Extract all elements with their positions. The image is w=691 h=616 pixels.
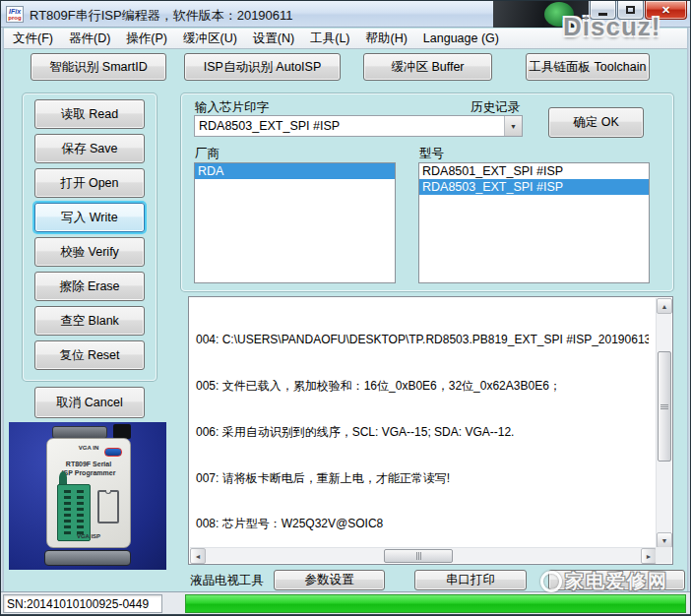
vga-connector-bottom	[44, 550, 131, 566]
menu-operation[interactable]: 操作(P)	[118, 29, 175, 49]
chip-combobox[interactable]: ▼	[194, 115, 523, 137]
menu-language[interactable]: Language (G)	[415, 29, 507, 49]
blank-button[interactable]: 查空 Blank	[34, 306, 145, 336]
close-icon: ✕	[661, 4, 670, 17]
photo-bottom-label: VGA ISP	[47, 533, 130, 539]
reset-button[interactable]: 复位 Reset	[34, 340, 145, 370]
photo-name-line1: RT809F Serial	[47, 461, 130, 467]
green-dot-watermark	[544, 2, 574, 27]
app-icon-text-top: IFix	[9, 8, 21, 15]
app-window: IFix prog RT809F串行ISP编程器，软件版本：20190611 ✕…	[0, 0, 691, 616]
toolchain-button[interactable]: 工具链面板 Toolchain	[526, 53, 650, 81]
log-line: 007: 请将板卡断电后，重新上电，才能正常读写!	[196, 471, 649, 487]
window-title: RT809F串行ISP编程器，软件版本：20190611	[30, 7, 293, 25]
scroll-up-icon[interactable]: ▲	[657, 298, 672, 314]
programmer-body: VGA IN RT809F Serial ISP Programmer VGA …	[46, 438, 131, 548]
menu-buffer[interactable]: 缓冲区(U)	[175, 29, 245, 49]
write-button[interactable]: 写入 Write	[34, 203, 145, 232]
lcd-tv-tools-label: 液晶电视工具	[190, 573, 264, 589]
chip-input[interactable]	[195, 116, 504, 136]
minimize-icon	[598, 13, 607, 16]
menu-device[interactable]: 器件(D)	[61, 29, 118, 49]
log-line: 006: 采用自动识别到的线序，SCL: VGA--15; SDA: VGA--…	[196, 425, 649, 441]
menu-bar: 文件(F) 器件(D) 操作(P) 缓冲区(U) 设置(N) 工具(L) 帮助(…	[1, 29, 691, 49]
power-jack	[113, 424, 131, 439]
log-textbox[interactable]: 004: C:\USERS\PANDAOFU\DESKTOP\TP.RD8503…	[188, 296, 673, 565]
minimize-button[interactable]	[590, 1, 616, 20]
cancel-button[interactable]: 取消 Cancel	[34, 387, 145, 418]
title-bar[interactable]: IFix prog RT809F串行ISP编程器，软件版本：20190611 ✕	[1, 1, 691, 28]
app-icon-text-bottom: prog	[8, 15, 21, 21]
serial-number: SN:20141010100925-0449	[3, 594, 162, 613]
model-item-rda8501[interactable]: RDA8501_EXT_SPI #ISP	[419, 163, 649, 179]
photo-watermark	[493, 1, 589, 28]
parameter-settings-button[interactable]: 参数设置	[274, 570, 385, 590]
bottom-extra-button[interactable]	[548, 570, 685, 590]
read-button[interactable]: 读取 Read	[34, 99, 145, 129]
ok-button[interactable]: 确定 OK	[548, 107, 644, 138]
chevron-down-icon[interactable]: ▼	[504, 116, 522, 136]
scroll-down-icon[interactable]: ▼	[657, 532, 672, 548]
log-vertical-scrollbar[interactable]: ▲ ▼	[656, 298, 671, 548]
log-line: 005: 文件已载入，累加校验和：16位_0xB0E6，32位_0x62A3B0…	[196, 379, 649, 395]
serial-print-button[interactable]: 串口打印	[414, 570, 527, 590]
log-lines: 004: C:\USERS\PANDAOFU\DESKTOP\TP.RD8503…	[196, 302, 649, 546]
smartid-button[interactable]: 智能识别 SmartID	[31, 53, 166, 81]
autoisp-button[interactable]: ISP自动识别 AutoISP	[184, 53, 341, 81]
app-icon: IFix prog	[6, 6, 24, 23]
log-line: 004: C:\USERS\PANDAOFU\DESKTOP\TP.RD8503…	[196, 333, 649, 348]
log-horizontal-scrollbar[interactable]: ◄ ►	[190, 547, 657, 563]
zif-lever	[59, 471, 67, 485]
chip-input-label: 输入芯片印字	[195, 99, 269, 116]
buffer-button[interactable]: 缓冲区 Buffer	[363, 53, 492, 81]
model-item-rda8503[interactable]: RDA8503_EXT_SPI #ISP	[419, 179, 649, 195]
verify-button[interactable]: 校验 Verify	[34, 237, 145, 267]
vendor-listbox[interactable]: RDA	[194, 162, 396, 283]
vendor-item-rda[interactable]: RDA	[195, 163, 395, 179]
model-listbox[interactable]: RDA8501_EXT_SPI #ISP RDA8503_EXT_SPI #IS…	[418, 162, 650, 283]
open-button[interactable]: 打开 Open	[34, 168, 145, 198]
maximize-button[interactable]	[617, 1, 644, 20]
menu-help[interactable]: 帮助(H)	[358, 29, 415, 49]
horizontal-scroll-thumb[interactable]	[384, 549, 453, 563]
window-frame-left	[1, 28, 4, 591]
vertical-scroll-thumb[interactable]	[658, 351, 671, 462]
close-button[interactable]: ✕	[645, 1, 687, 20]
window-frame-right	[687, 28, 690, 591]
scrollbar-corner	[656, 547, 671, 563]
menu-file[interactable]: 文件(F)	[5, 29, 61, 49]
menu-tools[interactable]: 工具(L)	[302, 29, 357, 49]
usb-logo	[104, 448, 122, 457]
model-label: 型号	[419, 146, 444, 162]
menu-settings[interactable]: 设置(N)	[245, 29, 302, 49]
scroll-left-icon[interactable]: ◄	[190, 548, 206, 564]
history-label: 历史记录	[471, 99, 520, 116]
dip8-outline	[97, 490, 119, 524]
maximize-icon	[626, 6, 635, 14]
progress-bar	[185, 594, 686, 613]
vendor-label: 厂商	[195, 146, 220, 162]
log-line: 008: 芯片型号：W25Q32V@SOIC8	[196, 517, 649, 532]
erase-button[interactable]: 擦除 Erase	[34, 272, 145, 301]
device-photo: VGA IN RT809F Serial ISP Programmer VGA …	[9, 422, 166, 570]
status-bar: SN:20141010100925-0449	[1, 591, 691, 614]
save-button[interactable]: 保存 Save	[34, 134, 145, 163]
scroll-right-icon[interactable]: ►	[641, 548, 657, 564]
